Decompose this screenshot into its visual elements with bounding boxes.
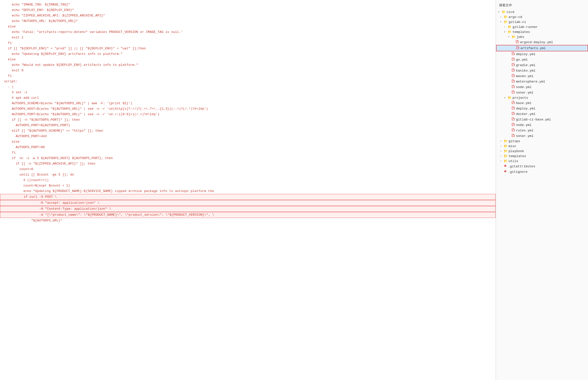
yaml-icon: Y (512, 123, 515, 127)
tree-item-deploy.yml[interactable]: Ydeploy.yml (496, 51, 588, 57)
folder-icon: 📁 (508, 30, 512, 34)
code-line: -H "Content-Type: application/json" \ (0, 206, 496, 212)
tree-item-projects[interactable]: 📁projects (496, 95, 588, 100)
tree-item-gitlab-runner[interactable]: 📁gitlab-runner (496, 24, 588, 29)
tree-label: artifacts.yml (520, 46, 546, 50)
tree-item-projects-deploy.yml[interactable]: Ydeploy.yml (496, 106, 588, 111)
folder-icon: 📁 (508, 25, 512, 29)
yaml-icon: Y (512, 68, 515, 73)
tree-item-kaniko.yml[interactable]: Ykaniko.yml (496, 68, 588, 73)
code-text: count=0 (0, 167, 33, 172)
code-text: if [[ -n "${AUTOOPS_PORT}" ]]; then (0, 117, 80, 122)
folder-icon: 📁 (504, 154, 508, 158)
code-line: -H "accept: application/json" \ (0, 200, 496, 206)
tree-item-argocd-deploy.yml[interactable]: Yargocd-deploy.yml (496, 39, 588, 45)
tree-root-folder[interactable]: 📁 cicd (496, 9, 588, 14)
tree-label: templates (513, 30, 530, 34)
tree-label: docker.yml (516, 112, 535, 116)
tree-item-jobs[interactable]: 📁jobs (496, 34, 588, 39)
chevron-icon (504, 30, 508, 33)
folder-icon: 📁 (504, 144, 508, 148)
diamond-icon (504, 164, 507, 169)
code-line: echo "Would not update ${DEPLOY_ENV} art… (0, 62, 496, 68)
tree-item-gitignore[interactable]: .gitignore (496, 169, 588, 175)
code-line: # apk add curl (0, 95, 496, 101)
svg-text:Y: Y (512, 102, 513, 104)
tree-item-projects-gitlab-ci-base.yml[interactable]: Ygitlab-ci-base.yml (496, 117, 588, 122)
svg-text:Y: Y (512, 92, 513, 93)
yaml-icon: Y (512, 128, 515, 133)
tree-item-artifacts.yml[interactable]: Yartifacts.yml (496, 45, 588, 51)
code-text: if [[ -n "${ZIPPED_ARCHIVE_API}" ]]; the… (0, 161, 95, 166)
svg-text:Y: Y (512, 64, 513, 66)
code-line: echo "Updating ${DEPLOY_ENV} artifacts i… (0, 51, 496, 57)
chevron-icon (500, 140, 504, 143)
yaml-icon: Y (512, 63, 515, 67)
svg-text:Y: Y (512, 86, 513, 88)
tree-item-go.yml[interactable]: Ygo.yml (496, 57, 588, 62)
tree-item-node.yml[interactable]: Ynode.yml (496, 84, 588, 90)
yaml-icon: Y (512, 79, 515, 84)
tree-item-gitlab-ci[interactable]: 📁gitlab-ci (496, 19, 588, 24)
code-text: exit 1 (0, 35, 23, 40)
tree-label: node.yml (516, 85, 531, 89)
tree-item-sonar.yml[interactable]: Ysonar.yml (496, 90, 588, 95)
code-text: until [[ $count -ge 5 ]]; do (0, 172, 74, 177)
code-line: AUTOOPS_PORT=$(echo "${AUTOOPS_URL}" | s… (0, 112, 496, 117)
tree-label: gitlab-ci-base.yml (516, 118, 551, 121)
code-line: echo "ZIPPED_ARCHIVE_API: ${ZIPPED_ARCHI… (0, 13, 496, 18)
tree-item-misc[interactable]: 📁misc (496, 144, 588, 149)
tree-item-root-templates[interactable]: 📁templates (496, 154, 588, 159)
tree-label: metersphere.yml (516, 80, 545, 84)
tree-item-metersphere.yml[interactable]: Ymetersphere.yml (496, 79, 588, 84)
tree-item-gitattributes[interactable]: .gitattributes (496, 164, 588, 169)
tree-item-gitops[interactable]: 📁gitops (496, 139, 588, 144)
tree-item-templates[interactable]: 📁templates (496, 29, 588, 34)
code-line: -d "{\"product_name\": \"${PRODUCT_NAME}… (0, 212, 496, 218)
code-text: echo 'Fatal: "artifacts:reports:dotenv" … (0, 30, 183, 35)
code-text: AUTOOPS_PORT=${AUTOOPS_PORT} (0, 123, 70, 128)
chevron-icon (498, 10, 502, 13)
code-text: echo "Would not update ${DEPLOY_ENV} art… (0, 63, 138, 68)
tree-item-projects-rules.yml[interactable]: Yrules.yml (496, 128, 588, 133)
code-line: exit 0 (0, 68, 496, 73)
folder-icon: 📁 (504, 20, 508, 24)
folder-icon: 📁 (504, 139, 508, 143)
chevron-icon (500, 160, 504, 163)
code-text: -H "accept: application/json" \ (0, 200, 99, 205)
code-line: - | (0, 84, 496, 90)
yaml-icon: Y (512, 112, 515, 116)
code-text: echo "ZIPPED_ARCHIVE_API: ${ZIPPED_ARCHI… (0, 13, 105, 18)
tree-item-projects-docker.yml[interactable]: Ydocker.yml (496, 111, 588, 117)
code-line: fi (0, 40, 496, 46)
tree-item-maven.yml[interactable]: Ymaven.yml (496, 73, 588, 79)
tree-item-projects-sonar.yml[interactable]: Ysonar.yml (496, 133, 588, 139)
tree-label: utils (509, 159, 518, 163)
tree-item-argo-cd[interactable]: 📁argo-cd (496, 14, 588, 19)
code-text: if [[ "${DEPLOY_ENV}" = "prod" ]] || [[ … (0, 46, 146, 51)
yaml-icon: Y (512, 101, 515, 105)
tree-item-playbook[interactable]: 📁playbook (496, 149, 588, 154)
svg-marker-17 (504, 165, 507, 167)
tree-label: argocd-deploy.yml (520, 40, 553, 44)
tree-label: templates (509, 154, 526, 158)
code-line: AUTOOPS_PORT=80 (0, 145, 496, 150)
file-tree-panel: 搜索文件 📁 cicd 📁argo-cd📁gitlab-ci📁gitlab-ru… (496, 0, 588, 380)
svg-text:Y: Y (512, 81, 513, 82)
svg-text:Y: Y (512, 135, 513, 137)
chevron-icon (500, 20, 504, 23)
code-line: if [[ -n "${ZIPPED_ARCHIVE_API}" ]]; the… (0, 161, 496, 167)
code-text: echo "Updating ${PRODUCT_NAME}-${SERVICE… (0, 189, 214, 194)
tree-label: sonar.yml (516, 134, 533, 138)
code-line: if [[ "${DEPLOY_ENV}" = "prod" ]] || [[ … (0, 46, 496, 51)
tree-item-gradle.yml[interactable]: Ygradle.yml (496, 62, 588, 68)
code-line: exit 1 (0, 35, 496, 40)
code-text: exit 0 (0, 68, 23, 73)
svg-text:Y: Y (512, 124, 513, 126)
tree-item-projects-base.yml[interactable]: Ybase.yml (496, 100, 588, 106)
tree-label: misc (509, 144, 516, 148)
tree-item-utils[interactable]: 📁utils (496, 159, 588, 164)
tree-label: jobs (516, 35, 524, 39)
code-text: else (0, 57, 16, 62)
tree-item-projects-node.yml[interactable]: Ynode.yml (496, 122, 588, 128)
